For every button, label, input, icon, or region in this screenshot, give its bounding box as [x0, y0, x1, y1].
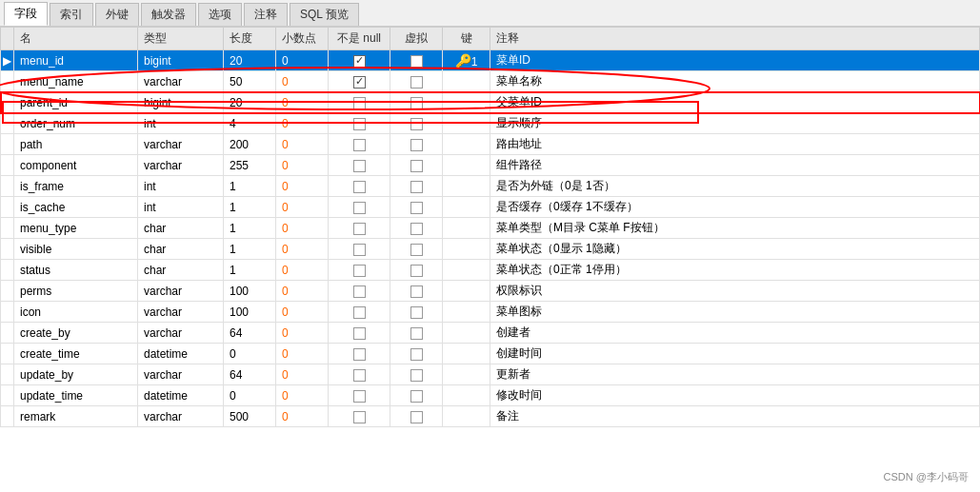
field-name[interactable]: status [14, 260, 138, 281]
field-name[interactable]: update_by [14, 364, 138, 385]
field-length[interactable]: 1 [224, 176, 276, 197]
field-length[interactable]: 255 [224, 155, 276, 176]
field-virtual[interactable] [390, 71, 443, 92]
tab-字段[interactable]: 字段 [4, 2, 48, 26]
field-notnull[interactable] [329, 239, 390, 260]
table-row[interactable]: menu_typechar10菜单类型（M目录 C菜单 F按钮） [1, 218, 980, 239]
field-notnull[interactable] [329, 197, 390, 218]
field-decimal[interactable]: 0 [276, 260, 329, 281]
table-row[interactable]: is_frameint10是否为外链（0是 1否） [1, 176, 980, 197]
field-length[interactable]: 4 [224, 113, 276, 134]
field-notnull[interactable] [329, 344, 390, 364]
field-length[interactable]: 1 [224, 197, 276, 218]
field-type[interactable]: char [138, 239, 224, 260]
table-row[interactable]: componentvarchar2550组件路径 [1, 155, 980, 176]
field-decimal[interactable]: 0 [276, 197, 329, 218]
field-notnull[interactable] [329, 92, 390, 113]
field-notnull[interactable] [329, 364, 390, 385]
field-notnull[interactable] [329, 260, 390, 281]
tab-触发器[interactable]: 触发器 [141, 3, 196, 26]
field-type[interactable]: varchar [138, 364, 224, 385]
field-decimal[interactable]: 0 [276, 134, 329, 155]
field-virtual[interactable] [390, 364, 443, 385]
field-notnull[interactable] [329, 302, 390, 323]
field-virtual[interactable] [390, 197, 443, 218]
field-type[interactable]: varchar [138, 406, 224, 427]
field-notnull[interactable] [329, 218, 390, 239]
field-length[interactable]: 20 [224, 50, 276, 71]
field-type[interactable]: int [138, 113, 224, 134]
field-decimal[interactable]: 0 [276, 364, 329, 385]
field-notnull[interactable] [329, 113, 390, 134]
field-decimal[interactable]: 0 [276, 71, 329, 92]
field-decimal[interactable]: 0 [276, 113, 329, 134]
field-name[interactable]: remark [14, 406, 138, 427]
field-decimal[interactable]: 0 [276, 302, 329, 323]
field-decimal[interactable]: 0 [276, 406, 329, 427]
field-virtual[interactable] [390, 344, 443, 364]
table-row[interactable]: ▶menu_idbigint200🔑1菜单ID [1, 50, 980, 71]
field-type[interactable]: varchar [138, 323, 224, 344]
table-row[interactable]: create_timedatetime00创建时间 [1, 344, 980, 364]
table-row[interactable]: order_numint40显示顺序 [1, 113, 980, 134]
field-length[interactable]: 0 [224, 385, 276, 406]
field-decimal[interactable]: 0 [276, 323, 329, 344]
field-notnull[interactable] [329, 323, 390, 344]
field-type[interactable]: bigint [138, 92, 224, 113]
field-length[interactable]: 500 [224, 406, 276, 427]
field-type[interactable]: int [138, 176, 224, 197]
table-row[interactable]: create_byvarchar640创建者 [1, 323, 980, 344]
field-decimal[interactable]: 0 [276, 50, 329, 71]
field-type[interactable]: varchar [138, 71, 224, 92]
field-virtual[interactable] [390, 302, 443, 323]
table-row[interactable]: permsvarchar1000权限标识 [1, 281, 980, 302]
field-notnull[interactable] [329, 406, 390, 427]
field-type[interactable]: bigint [138, 50, 224, 71]
field-decimal[interactable]: 0 [276, 155, 329, 176]
field-name[interactable]: parent_id [14, 92, 138, 113]
field-type[interactable]: varchar [138, 302, 224, 323]
field-name[interactable]: menu_id [14, 50, 138, 71]
field-type[interactable]: varchar [138, 134, 224, 155]
field-length[interactable]: 50 [224, 71, 276, 92]
field-length[interactable]: 1 [224, 239, 276, 260]
field-length[interactable]: 100 [224, 281, 276, 302]
field-length[interactable]: 64 [224, 364, 276, 385]
field-notnull[interactable] [329, 50, 390, 71]
field-virtual[interactable] [390, 281, 443, 302]
field-virtual[interactable] [390, 113, 443, 134]
field-name[interactable]: menu_name [14, 71, 138, 92]
field-notnull[interactable] [329, 281, 390, 302]
field-notnull[interactable] [329, 134, 390, 155]
field-virtual[interactable] [390, 323, 443, 344]
field-decimal[interactable]: 0 [276, 92, 329, 113]
table-row[interactable]: update_timedatetime00修改时间 [1, 385, 980, 406]
field-notnull[interactable] [329, 176, 390, 197]
field-type[interactable]: int [138, 197, 224, 218]
table-row[interactable]: is_cacheint10是否缓存（0缓存 1不缓存） [1, 197, 980, 218]
field-virtual[interactable] [390, 50, 443, 71]
field-notnull[interactable] [329, 71, 390, 92]
field-length[interactable]: 1 [224, 218, 276, 239]
field-name[interactable]: create_time [14, 344, 138, 364]
field-name[interactable]: component [14, 155, 138, 176]
field-name[interactable]: visible [14, 239, 138, 260]
field-length[interactable]: 100 [224, 302, 276, 323]
field-type[interactable]: varchar [138, 155, 224, 176]
field-length[interactable]: 1 [224, 260, 276, 281]
table-row[interactable]: menu_namevarchar500菜单名称 [1, 71, 980, 92]
tab-选项[interactable]: 选项 [198, 3, 242, 26]
field-length[interactable]: 64 [224, 323, 276, 344]
table-row[interactable]: update_byvarchar640更新者 [1, 364, 980, 385]
field-notnull[interactable] [329, 385, 390, 406]
field-decimal[interactable]: 0 [276, 218, 329, 239]
field-decimal[interactable]: 0 [276, 176, 329, 197]
field-virtual[interactable] [390, 385, 443, 406]
field-type[interactable]: varchar [138, 281, 224, 302]
field-name[interactable]: update_time [14, 385, 138, 406]
field-length[interactable]: 200 [224, 134, 276, 155]
field-type[interactable]: datetime [138, 344, 224, 364]
tab-外键[interactable]: 外键 [95, 3, 139, 26]
field-decimal[interactable]: 0 [276, 239, 329, 260]
field-name[interactable]: perms [14, 281, 138, 302]
